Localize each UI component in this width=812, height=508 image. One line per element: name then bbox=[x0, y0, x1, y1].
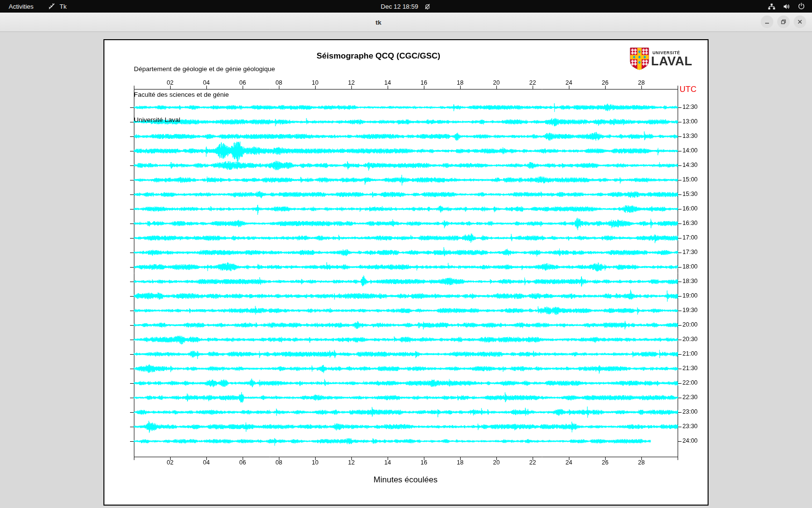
logo-laval-text: LAVAL bbox=[651, 54, 692, 69]
x-tick-label-bottom: 14 bbox=[378, 459, 397, 466]
x-tick-label-bottom: 28 bbox=[632, 459, 651, 466]
utc-row-label: 20:00 bbox=[682, 321, 697, 328]
x-tick-label-bottom: 16 bbox=[414, 459, 434, 466]
utc-row-label: 13:00 bbox=[682, 118, 697, 125]
utc-row-label: 23:00 bbox=[682, 408, 697, 415]
x-tick-label-bottom: 24 bbox=[559, 459, 579, 466]
maximize-icon bbox=[781, 19, 786, 25]
clock-label: Dec 12 18:59 bbox=[381, 3, 418, 10]
x-tick-label-top: 24 bbox=[559, 79, 579, 86]
x-tick-label-top: 10 bbox=[305, 79, 325, 86]
volume-icon bbox=[783, 2, 791, 11]
utc-row-label: 17:00 bbox=[682, 234, 697, 241]
window-title: tk bbox=[376, 18, 381, 26]
utc-row-label: 22:00 bbox=[682, 379, 697, 386]
x-tick-label-top: 02 bbox=[160, 79, 180, 86]
maximize-button[interactable] bbox=[777, 15, 790, 28]
utc-row-label: 18:30 bbox=[682, 278, 697, 284]
system-status-area[interactable] bbox=[768, 0, 805, 13]
minimize-icon bbox=[764, 19, 770, 25]
utc-row-label: 15:00 bbox=[682, 176, 697, 183]
seismograph-canvas: Département de géologie et de génie géol… bbox=[103, 39, 709, 506]
minimize-button[interactable] bbox=[761, 15, 773, 28]
x-tick-label-bottom: 26 bbox=[595, 459, 615, 466]
utc-row-label: 21:00 bbox=[682, 350, 697, 357]
utc-row-label: 19:00 bbox=[682, 292, 697, 299]
x-tick-label-top: 14 bbox=[378, 79, 397, 86]
notifications-off-icon bbox=[424, 3, 431, 10]
window-title-bar: tk bbox=[0, 13, 812, 32]
x-tick-label-bottom: 04 bbox=[197, 459, 216, 466]
x-tick-label-top: 16 bbox=[414, 79, 434, 86]
universite-laval-logo-shield bbox=[630, 47, 649, 70]
x-tick-label-top: 26 bbox=[595, 79, 615, 86]
x-tick-label-top: 04 bbox=[197, 79, 216, 86]
x-tick-label-top: 28 bbox=[632, 79, 651, 86]
utc-row-label: 13:30 bbox=[682, 133, 697, 139]
utc-row-label: 14:30 bbox=[682, 162, 697, 168]
utc-row-label: 21:30 bbox=[682, 365, 697, 372]
x-tick-label-top: 20 bbox=[487, 79, 506, 86]
utc-row-label: 19:30 bbox=[682, 307, 697, 314]
x-tick-label-bottom: 12 bbox=[342, 459, 361, 466]
utc-row-label: 24:00 bbox=[682, 437, 697, 444]
x-tick-label-bottom: 10 bbox=[305, 459, 325, 466]
x-tick-label-top: 12 bbox=[342, 79, 361, 86]
plot-title: Séismographe QCQ (CGC/GSC) bbox=[301, 51, 456, 61]
utc-row-label: 12:30 bbox=[682, 104, 697, 110]
x-tick-label-top: 18 bbox=[450, 79, 470, 86]
x-tick-label-bottom: 20 bbox=[487, 459, 506, 466]
power-icon bbox=[798, 2, 805, 10]
x-tick-label-top: 22 bbox=[523, 79, 542, 86]
institution-line-1: Département de géologie et de génie géol… bbox=[134, 65, 275, 74]
institution-line-2: Faculté des sciences et de génie bbox=[134, 90, 275, 99]
close-button[interactable] bbox=[794, 15, 806, 28]
activities-button[interactable]: Activities bbox=[0, 0, 42, 13]
institution-line-3: Université Laval bbox=[134, 116, 275, 124]
utc-row-label: 23:30 bbox=[682, 423, 697, 430]
network-icon bbox=[768, 2, 776, 11]
utc-row-label: 16:00 bbox=[682, 205, 697, 212]
app-menu-label: Tk bbox=[59, 3, 66, 10]
utc-row-label: 14:00 bbox=[682, 147, 697, 154]
utc-row-label: 18:00 bbox=[682, 263, 697, 270]
gnome-top-bar: Activities Tk Dec 12 18:59 bbox=[0, 0, 812, 13]
clock-menu[interactable]: Dec 12 18:59 bbox=[381, 0, 431, 13]
utc-row-label: 15:30 bbox=[682, 191, 697, 197]
utc-row-label: 22:30 bbox=[682, 394, 697, 401]
x-axis-label: Minutes écoulées bbox=[333, 475, 478, 485]
utc-row-label: 20:30 bbox=[682, 336, 697, 343]
utc-row-label: 17:30 bbox=[682, 249, 697, 255]
x-tick-label-top: 06 bbox=[233, 79, 252, 86]
utc-axis-label: UTC bbox=[680, 85, 696, 94]
tk-app-icon bbox=[48, 2, 56, 11]
close-icon bbox=[797, 19, 803, 25]
x-tick-label-bottom: 06 bbox=[233, 459, 252, 466]
app-menu[interactable]: Tk bbox=[48, 0, 66, 13]
utc-row-label: 16:30 bbox=[682, 220, 697, 226]
x-tick-label-bottom: 22 bbox=[523, 459, 542, 466]
x-tick-label-top: 08 bbox=[269, 79, 289, 86]
x-tick-label-bottom: 02 bbox=[160, 459, 180, 466]
x-tick-label-bottom: 18 bbox=[450, 459, 470, 466]
x-tick-label-bottom: 08 bbox=[269, 459, 289, 466]
